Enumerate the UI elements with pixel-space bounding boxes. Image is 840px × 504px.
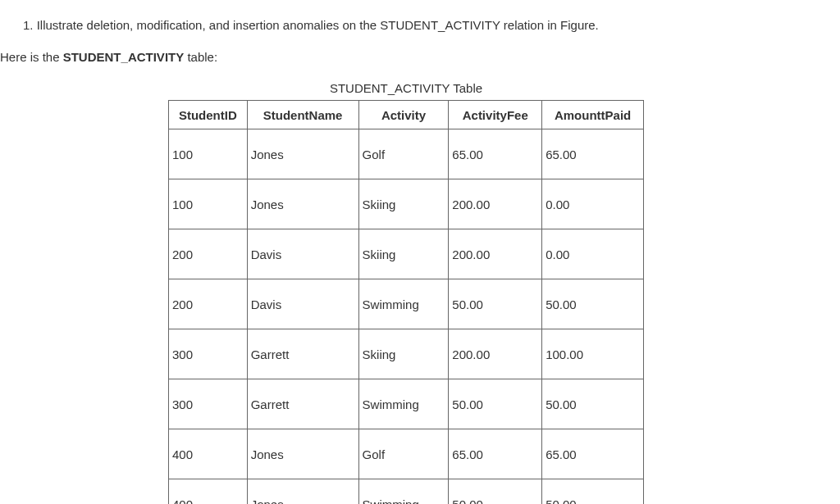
cell-act: Swimming [358,279,449,329]
intro-line: Here is the STUDENT_ACTIVITY table: [0,48,840,67]
table-row: 400JonesSwimming50.0050.00 [169,479,644,505]
cell-id: 100 [169,129,248,179]
cell-act: Skiing [358,179,449,229]
cell-name: Jones [247,479,358,505]
cell-act: Golf [358,429,449,479]
col-header-studentname: StudentName [247,101,358,129]
cell-paid: 50.00 [542,379,644,429]
cell-name: Jones [247,429,358,479]
table-row: 100JonesGolf65.0065.00 [169,129,644,179]
intro-bold: STUDENT_ACTIVITY [63,50,185,64]
cell-act: Swimming [358,479,449,505]
cell-act: Swimming [358,379,449,429]
cell-paid: 0.00 [542,179,644,229]
cell-paid: 0.00 [542,229,644,279]
question-line: 1. Illustrate deletion, modification, an… [15,16,840,35]
cell-paid: 100.00 [542,329,644,379]
cell-name: Davis [247,229,358,279]
cell-name: Jones [247,129,358,179]
intro-prefix: Here is the [0,50,63,64]
cell-fee: 200.00 [449,179,542,229]
cell-paid: 50.00 [542,479,644,505]
col-header-studentid: StudentID [169,101,248,129]
cell-id: 400 [169,479,248,505]
question-number: 1. [23,18,34,32]
question-text: Illustrate deletion, modification, and i… [37,18,599,32]
cell-fee: 50.00 [449,279,542,329]
col-header-amountpaid: AmounttPaid [542,101,644,129]
col-header-activity: Activity [358,101,449,129]
cell-id: 300 [169,379,248,429]
cell-act: Skiing [358,229,449,279]
cell-fee: 50.00 [449,479,542,505]
cell-fee: 200.00 [449,229,542,279]
cell-paid: 50.00 [542,279,644,329]
cell-paid: 65.00 [542,129,644,179]
cell-id: 100 [169,179,248,229]
cell-id: 200 [169,229,248,279]
cell-name: Jones [247,179,358,229]
table-header-row: StudentID StudentName Activity ActivityF… [169,101,644,129]
col-header-activityfee: ActivityFee [449,101,542,129]
table-row: 300GarrettSwimming50.0050.00 [169,379,644,429]
cell-act: Golf [358,129,449,179]
cell-fee: 50.00 [449,379,542,429]
table-title: STUDENT_ACTIVITY Table [168,81,644,95]
table-row: 200DavisSwimming50.0050.00 [169,279,644,329]
cell-paid: 65.00 [542,429,644,479]
student-activity-table: StudentID StudentName Activity ActivityF… [168,100,644,504]
cell-name: Garrett [247,379,358,429]
intro-suffix: table: [184,50,217,64]
table-row: 200DavisSkiing200.000.00 [169,229,644,279]
table-row: 300GarrettSkiing200.00100.00 [169,329,644,379]
cell-id: 300 [169,329,248,379]
cell-act: Skiing [358,329,449,379]
cell-fee: 200.00 [449,329,542,379]
cell-fee: 65.00 [449,129,542,179]
cell-id: 400 [169,429,248,479]
table-row: 400JonesGolf65.0065.00 [169,429,644,479]
cell-name: Garrett [247,329,358,379]
cell-fee: 65.00 [449,429,542,479]
cell-name: Davis [247,279,358,329]
table-row: 100JonesSkiing200.000.00 [169,179,644,229]
cell-id: 200 [169,279,248,329]
